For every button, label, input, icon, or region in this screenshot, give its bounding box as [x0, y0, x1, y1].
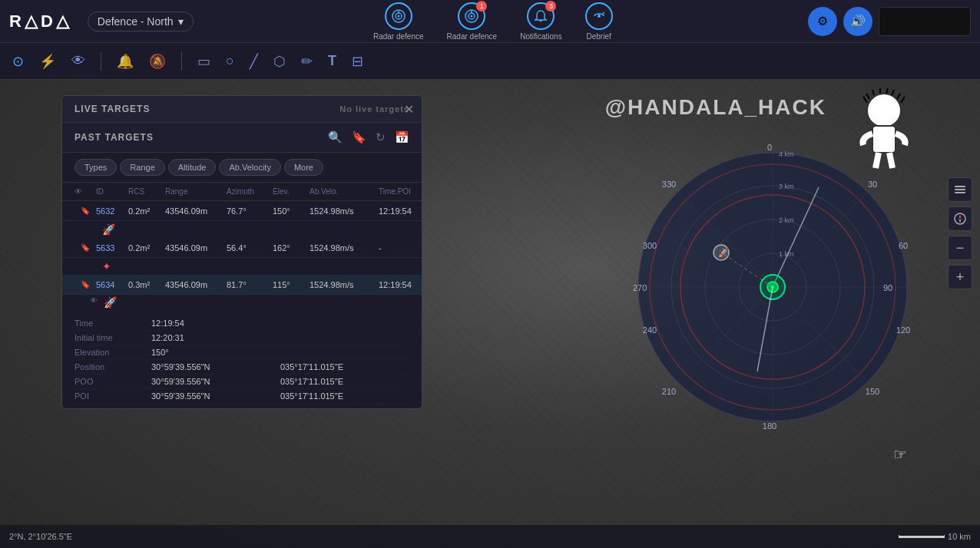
table-row[interactable]: 🔖 5633 0.2m² 43546.09m 56.4° 162° 1524.9…	[62, 238, 422, 258]
svg-text:4 km: 4 km	[779, 150, 794, 158]
rect-tool-icon[interactable]: ▭	[197, 53, 210, 70]
panel-close-button[interactable]: ✕	[404, 102, 414, 117]
tab-altitude[interactable]: Altitude	[168, 159, 217, 176]
svg-text:240: 240	[643, 325, 657, 335]
svg-text:0: 0	[767, 143, 772, 152]
row-timepoi-5633: -	[379, 243, 422, 253]
notifications-icon: 3	[527, 2, 555, 30]
row-icons-5632: 🔖	[74, 206, 96, 215]
debrief-icon	[585, 2, 613, 30]
circle-tool-icon[interactable]: ○	[226, 53, 234, 69]
nav-label-notifications: Notifications	[520, 32, 561, 41]
svg-rect-57	[955, 186, 965, 187]
svg-point-6	[471, 15, 473, 17]
row-rcs-5634: 0.3m²	[128, 280, 165, 289]
radar-tool-icon[interactable]: ⊙	[12, 53, 24, 70]
row-abvelo-5632: 1524.98m/s	[310, 206, 379, 216]
map-tools: − +	[948, 177, 972, 289]
user-area	[879, 7, 971, 36]
nav-debrief[interactable]: Debrief	[585, 2, 613, 41]
tab-types[interactable]: Types	[74, 159, 117, 176]
calendar-icon[interactable]: 📅	[395, 130, 409, 144]
coordinates-display: 2°N, 2°10'26.5"E	[9, 532, 72, 541]
row-icon-5634: 👁 🚀	[62, 295, 422, 312]
layers-tool-button[interactable]	[948, 177, 972, 202]
settings-button[interactable]: ⚙	[808, 7, 837, 36]
nav-right: ⚙ 🔊	[808, 7, 971, 36]
detail-elevation-row: Elevation 150°	[74, 345, 409, 360]
tab-abvelocity[interactable]: Ab.Velocity	[219, 159, 280, 176]
col-timepoi: Time.POI	[379, 187, 422, 196]
eye-tool-icon[interactable]: 👁	[71, 53, 85, 69]
row-abvelo-5634: 1524.98m/s	[310, 280, 379, 289]
past-targets-header: PAST TARGETS 🔍 🔖 ↻ 📅	[62, 123, 422, 153]
compass-tool-button[interactable]	[948, 206, 972, 231]
radar-display: 0 90 180 270 30 150 330 210 60 120 300 2…	[627, 141, 919, 433]
past-targets-tools: 🔍 🔖 ↻ 📅	[328, 130, 409, 144]
volume-button[interactable]: 🔊	[843, 7, 872, 36]
row-elev-5634: 115°	[273, 280, 310, 289]
nav-label-debrief: Debrief	[587, 32, 611, 41]
map-area[interactable]: @HANDALA_HACK	[0, 80, 980, 548]
detail-poo-lat: 30°59'39.556"N	[151, 377, 280, 386]
svg-line-17	[901, 97, 905, 103]
svg-line-11	[866, 94, 869, 99]
text-tool-icon[interactable]: T	[328, 53, 336, 69]
svg-marker-61	[959, 214, 962, 219]
table-row[interactable]: 🔖 5634 0.3m² 43546.09m 81.7° 115° 1524.9…	[62, 275, 422, 295]
nav-center: Radar defence 1 Radar defence 3	[373, 2, 613, 41]
bell-off-tool-icon[interactable]: 🔕	[149, 53, 166, 70]
svg-text:90: 90	[883, 283, 892, 292]
col-eye: 👁	[74, 187, 96, 196]
zoom-out-button[interactable]: −	[948, 236, 972, 260]
row-icons-5633: 🔖	[74, 243, 96, 252]
row-timepoi-5632: 12:19:54	[379, 206, 422, 216]
svg-line-15	[892, 90, 894, 95]
top-nav: R△D△ Defence - North ▾ Radar defence	[0, 0, 980, 43]
col-abvelo: Ab.Velo.	[310, 187, 379, 196]
badge-1: 1	[476, 1, 487, 12]
nav-notifications[interactable]: 3 Notifications	[520, 2, 561, 41]
tab-range[interactable]: Range	[120, 159, 164, 176]
nav-radar-defence-2[interactable]: 1 Radar defence	[447, 2, 498, 41]
refresh-icon[interactable]: ↻	[376, 130, 386, 144]
svg-text:2 km: 2 km	[779, 216, 794, 224]
table-row[interactable]: 🔖 5632 0.2m² 43546.09m 76.7° 150° 1524.9…	[62, 201, 422, 221]
filter-tool-icon[interactable]: ⚡	[39, 53, 56, 70]
svg-text:180: 180	[763, 421, 776, 431]
table-header: 👁 ID RCS Range Azimuth Elev. Ab.Velo. Ti…	[62, 183, 422, 201]
svg-line-14	[886, 88, 888, 94]
row-elev-5633: 162°	[273, 243, 310, 253]
svg-point-9	[867, 94, 901, 127]
detail-position-row: Position 30°59'39.556"N 035°17'11.015"E	[74, 360, 409, 375]
filter-tabs: Types Range Altitude Ab.Velocity More	[62, 153, 422, 183]
zoom-in-button[interactable]: +	[948, 265, 972, 289]
split-tool-icon[interactable]: ⊟	[352, 53, 363, 70]
svg-text:300: 300	[643, 241, 657, 250]
site-selector[interactable]: Defence - North ▾	[88, 12, 194, 31]
row-id-5634: 5634	[96, 280, 128, 289]
svg-marker-62	[959, 219, 962, 223]
polygon-tool-icon[interactable]: ⬡	[273, 53, 286, 70]
tab-more[interactable]: More	[284, 159, 323, 176]
col-id: ID	[96, 187, 128, 196]
line-tool-icon[interactable]: ╱	[250, 53, 258, 70]
row-icon-5632: 🚀	[62, 221, 422, 238]
svg-line-16	[897, 94, 900, 99]
toolbar: ⊙ ⚡ 👁 🔔 🔕 ▭ ○ ╱ ⬡ ✏ T ⊟	[0, 43, 980, 80]
bottom-bar: 2°N, 2°10'26.5"E 10 km	[0, 525, 980, 548]
bell-tool-icon[interactable]: 🔔	[117, 53, 134, 70]
radar-defence-1-icon	[385, 2, 412, 30]
row-range-5632: 43546.09m	[165, 206, 227, 216]
nav-radar-defence-1[interactable]: Radar defence	[373, 2, 424, 41]
detail-elevation-value: 150°	[151, 348, 280, 357]
detail-initial-label: Initial time	[74, 333, 151, 342]
search-past-icon[interactable]: 🔍	[328, 130, 343, 144]
scale-label: 10 km	[948, 532, 971, 541]
detail-initial-value: 12:20:31	[151, 333, 280, 342]
col-elev: Elev.	[273, 187, 310, 196]
bookmark-icon[interactable]: 🔖	[352, 130, 366, 144]
detail-time-row: Time 12:19:54	[74, 316, 409, 331]
detail-poi-row: POI 30°59'39.556"N 035°17'11.015"E	[74, 389, 409, 404]
edit-tool-icon[interactable]: ✏	[301, 53, 313, 70]
